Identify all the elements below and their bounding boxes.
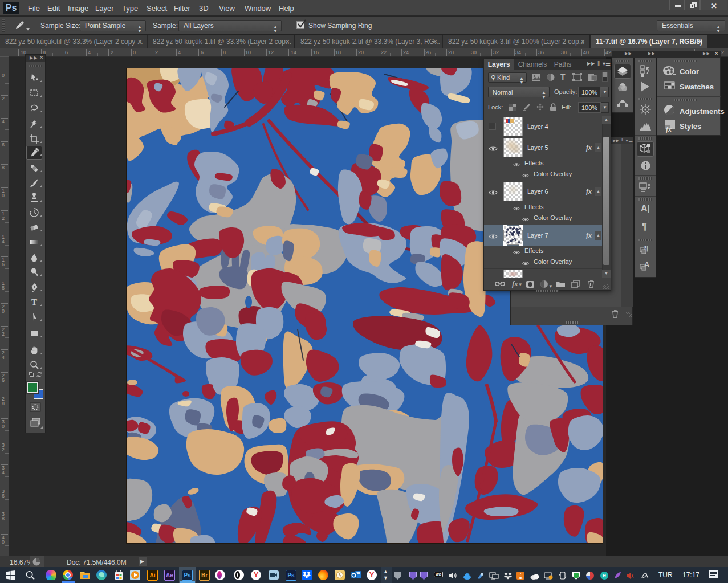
- svg-text:fx: fx: [666, 125, 672, 133]
- svg-text:T: T: [31, 297, 37, 307]
